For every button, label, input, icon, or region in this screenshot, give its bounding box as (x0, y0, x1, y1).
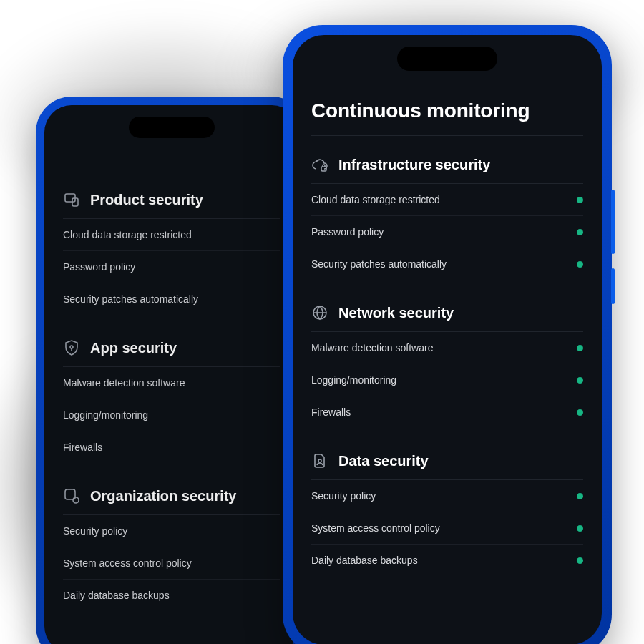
list-item[interactable]: Password policy (311, 216, 583, 248)
item-label: Malware detection software (311, 342, 433, 353)
item-label: Daily database backups (63, 590, 170, 601)
list-item[interactable]: Daily database backups (63, 580, 280, 611)
security-list-back[interactable]: Product security Cloud data storage rest… (44, 105, 299, 644)
item-label: System access control policy (63, 557, 192, 569)
device-icon (63, 191, 80, 208)
item-label: Security patches automatically (311, 258, 447, 270)
list-item[interactable]: Security policy (63, 515, 280, 547)
list-item[interactable]: Logging/monitoring (311, 364, 583, 396)
security-list-front[interactable]: Continuous monitoring Infrastructure sec… (293, 35, 602, 615)
section-title: Organization security (90, 488, 237, 504)
divider (311, 135, 583, 136)
status-dot-ok (577, 525, 583, 532)
section-infrastructure-security: Infrastructure security Cloud data stora… (311, 156, 583, 280)
status-dot-ok (577, 493, 583, 499)
item-label: Cloud data storage restricted (311, 194, 440, 205)
item-label: Firewalls (63, 441, 102, 453)
status-dot-ok (577, 409, 583, 416)
list-item[interactable]: Firewalls (311, 396, 583, 428)
list-item[interactable]: System access control policy (311, 512, 583, 545)
list-item[interactable]: Firewalls (63, 431, 280, 463)
shield-lock-icon (63, 339, 80, 356)
section-network-security: Network security Malware detection softw… (311, 304, 583, 428)
cloud-lock-icon (311, 156, 328, 173)
phone-mockup-back: Product security Cloud data storage rest… (36, 97, 308, 644)
item-label: Logging/monitoring (311, 374, 396, 386)
dynamic-island (129, 117, 215, 138)
svg-point-4 (73, 497, 79, 503)
list-item[interactable]: Logging/monitoring (63, 399, 280, 431)
org-icon (63, 487, 80, 504)
section-title: App security (90, 340, 177, 356)
list-item[interactable]: Daily database backups (311, 545, 583, 576)
item-label: Password policy (63, 261, 135, 273)
item-label: System access control policy (311, 522, 440, 534)
status-dot-ok (577, 197, 583, 203)
dynamic-island (397, 47, 497, 71)
item-label: Security patches automatically (63, 293, 198, 305)
section-title: Network security (338, 305, 454, 321)
list-item[interactable]: Password policy (63, 251, 280, 283)
phone-mockup-front: Continuous monitoring Infrastructure sec… (283, 25, 612, 644)
item-label: Daily database backups (311, 555, 418, 566)
list-item[interactable]: Cloud data storage restricted (311, 184, 583, 216)
phone-screen-front: Continuous monitoring Infrastructure sec… (293, 35, 602, 644)
status-dot-ok (577, 261, 583, 268)
status-dot-ok (577, 377, 583, 384)
list-item[interactable]: Security patches automatically (311, 248, 583, 280)
item-label: Malware detection software (63, 377, 185, 389)
section-organization-security: Organization security Security policy Sy… (63, 487, 280, 611)
status-dot-ok (577, 557, 583, 564)
svg-point-7 (318, 459, 321, 462)
svg-point-2 (70, 346, 73, 348)
list-item[interactable]: Malware detection software (311, 332, 583, 364)
status-dot-ok (577, 229, 583, 235)
item-label: Password policy (311, 226, 384, 238)
file-person-icon (311, 452, 328, 469)
item-label: Cloud data storage restricted (63, 229, 192, 240)
item-label: Security policy (311, 490, 376, 502)
section-product-security: Product security Cloud data storage rest… (63, 191, 280, 315)
section-title: Data security (338, 453, 429, 469)
list-item[interactable]: Cloud data storage restricted (63, 219, 280, 251)
item-label: Logging/monitoring (63, 409, 148, 421)
section-app-security: App security Malware detection software … (63, 339, 280, 463)
section-title: Infrastructure security (338, 157, 490, 173)
section-data-security: Data security Security policy System acc… (311, 452, 583, 576)
list-item[interactable]: Security patches automatically (63, 283, 280, 315)
phone-screen-back: Product security Cloud data storage rest… (44, 105, 299, 644)
item-label: Security policy (63, 525, 127, 537)
status-dot-ok (577, 345, 583, 351)
list-item[interactable]: System access control policy (63, 547, 280, 580)
section-title: Product security (90, 192, 203, 208)
item-label: Firewalls (311, 406, 351, 418)
list-item[interactable]: Malware detection software (63, 367, 280, 399)
globe-icon (311, 304, 328, 321)
page-title: Continuous monitoring (311, 99, 583, 122)
list-item[interactable]: Security policy (311, 480, 583, 512)
